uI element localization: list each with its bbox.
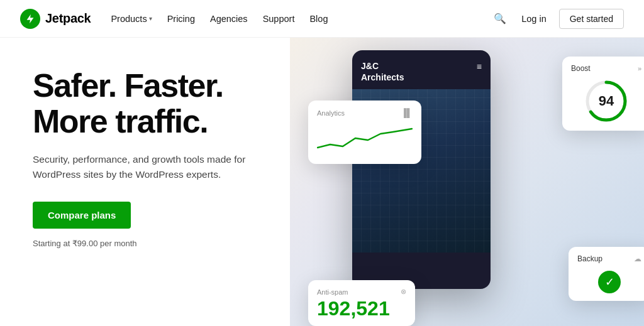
nav-support[interactable]: Support xyxy=(263,14,295,24)
boost-score-circle: 94 xyxy=(584,79,628,123)
nav-links: Products ▾ Pricing Agencies Support Blog xyxy=(111,14,491,24)
hero-headline: Safer. Faster. More traffic. xyxy=(33,68,289,139)
starting-price-text: Starting at ₹99.00 per month xyxy=(33,239,137,248)
boost-arrow-icon: » xyxy=(638,65,641,72)
hero-subtext: Security, performance, and growth tools … xyxy=(33,152,272,182)
boost-card: Boost » 94 xyxy=(562,57,644,131)
nav-agencies[interactable]: Agencies xyxy=(210,14,248,24)
bolt-icon xyxy=(25,13,36,24)
nav-right: 🔍 Log in Get started xyxy=(491,9,624,29)
phone-company-name: J&C Architects xyxy=(361,60,404,83)
get-started-button[interactable]: Get started xyxy=(559,9,624,29)
antispam-count: 192,521 xyxy=(317,298,406,318)
analytics-card: Analytics ▐▌ xyxy=(308,101,421,164)
hamburger-icon: ≡ xyxy=(477,62,482,72)
antispam-card-title: Anti-spam xyxy=(317,288,348,296)
cloud-icon: ☁ xyxy=(634,254,641,263)
hero-section: Safer. Faster. More traffic. Security, p… xyxy=(0,38,644,326)
backup-card-title: Backup xyxy=(577,254,602,263)
nav-blog[interactable]: Blog xyxy=(309,14,328,24)
antispam-icon: ⊗ xyxy=(401,288,406,296)
boost-card-title: Boost xyxy=(571,64,591,73)
phone-mockup: J&C Architects ≡ xyxy=(352,50,491,289)
compare-plans-button[interactable]: Compare plans xyxy=(33,202,131,229)
jetpack-logo-icon xyxy=(20,9,40,29)
antispam-card: Anti-spam ⊗ 192,521 xyxy=(308,280,415,326)
hero-left-content: Safer. Faster. More traffic. Security, p… xyxy=(0,38,314,326)
boost-score-value: 94 xyxy=(584,79,628,123)
backup-check-icon: ✓ xyxy=(598,271,621,293)
nav-products[interactable]: Products ▾ xyxy=(111,14,152,24)
chevron-down-icon: ▾ xyxy=(149,15,152,22)
hero-right-content: J&C Architects ≡ Analytics ▐▌ Boos xyxy=(314,38,644,326)
navbar: Jetpack Products ▾ Pricing Agencies Supp… xyxy=(0,0,644,38)
chart-bar-icon: ▐▌ xyxy=(401,108,413,117)
search-button[interactable]: 🔍 xyxy=(491,10,509,27)
logo-text: Jetpack xyxy=(45,11,91,26)
nav-pricing[interactable]: Pricing xyxy=(167,14,195,24)
login-button[interactable]: Log in xyxy=(521,14,547,24)
backup-card: Backup ☁ ✓ xyxy=(569,247,644,301)
phone-header: J&C Architects ≡ xyxy=(352,50,491,89)
analytics-chart xyxy=(317,122,413,154)
analytics-card-title: Analytics xyxy=(317,109,345,117)
logo[interactable]: Jetpack xyxy=(20,9,91,29)
